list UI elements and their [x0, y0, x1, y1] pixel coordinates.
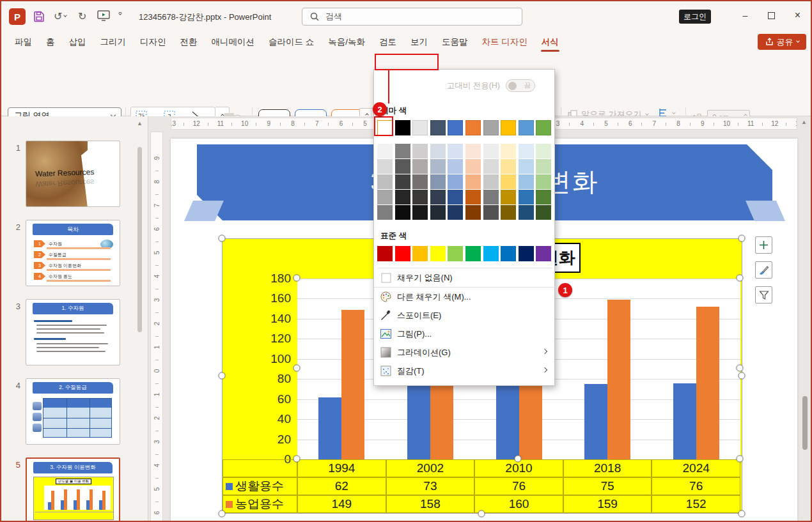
- selection-handle[interactable]: [293, 275, 301, 282]
- slide-1-thumbnail[interactable]: Water Resources Water Resources: [26, 141, 120, 207]
- tab-녹음-녹화[interactable]: 녹음/녹화: [321, 32, 372, 52]
- theme-variant-swatch-0-0[interactable]: [377, 144, 393, 158]
- selection-handle[interactable]: [738, 235, 746, 242]
- tab-홈[interactable]: 홈: [39, 32, 62, 52]
- thumbnail-scroll-up-icon[interactable]: ▲: [137, 120, 143, 127]
- tab-슬라이드-쇼[interactable]: 슬라이드 쇼: [262, 32, 321, 52]
- theme-variant-swatch-4-4[interactable]: [448, 205, 463, 220]
- theme-color-swatch-3[interactable]: [430, 120, 446, 135]
- theme-variant-swatch-0-5[interactable]: [465, 144, 481, 158]
- theme-variant-swatch-1-7[interactable]: [501, 159, 516, 174]
- theme-variant-swatch-3-2[interactable]: [412, 190, 428, 204]
- chart-styles-button[interactable]: [755, 261, 772, 279]
- tab-애니메이션[interactable]: 애니메이션: [205, 32, 262, 52]
- minimize-button[interactable]: –: [732, 1, 758, 29]
- theme-variant-swatch-1-5[interactable]: [465, 159, 481, 174]
- theme-color-swatch-7[interactable]: [501, 120, 516, 135]
- theme-variant-swatch-2-7[interactable]: [501, 174, 516, 189]
- theme-variant-swatch-1-4[interactable]: [448, 159, 463, 174]
- theme-variant-swatch-2-4[interactable]: [448, 174, 463, 189]
- theme-color-swatch-8[interactable]: [519, 120, 534, 135]
- powerpoint-app-icon[interactable]: P: [9, 8, 26, 25]
- theme-color-swatch-1[interactable]: [395, 120, 410, 135]
- theme-variant-swatch-3-1[interactable]: [395, 190, 410, 204]
- theme-variant-swatch-1-8[interactable]: [519, 159, 534, 174]
- customize-qat-icon[interactable]: [119, 12, 121, 15]
- theme-variant-swatch-2-0[interactable]: [377, 174, 393, 189]
- tab-삽입[interactable]: 삽입: [62, 32, 93, 52]
- theme-variant-swatch-0-4[interactable]: [448, 144, 463, 158]
- theme-color-swatch-2[interactable]: [412, 120, 428, 135]
- theme-variant-swatch-3-3[interactable]: [430, 190, 446, 204]
- standard-color-swatch-2[interactable]: [412, 246, 428, 261]
- standard-color-swatch-8[interactable]: [519, 246, 534, 261]
- theme-variant-swatch-2-1[interactable]: [395, 174, 410, 189]
- selection-handle[interactable]: [515, 456, 522, 463]
- bar-생활용수-2002[interactable]: [407, 386, 430, 459]
- theme-color-swatch-5[interactable]: [465, 120, 481, 135]
- standard-color-swatch-7[interactable]: [501, 246, 516, 261]
- theme-variant-swatch-2-2[interactable]: [412, 174, 428, 189]
- theme-variant-swatch-3-9[interactable]: [536, 190, 551, 204]
- menu-item-texture[interactable]: 질감(T): [374, 362, 556, 380]
- vertical-ruler[interactable]: 9876543210123456: [150, 132, 163, 522]
- selection-handle[interactable]: [737, 365, 744, 372]
- standard-color-swatch-3[interactable]: [430, 246, 446, 261]
- close-button[interactable]: ×: [785, 1, 811, 29]
- theme-color-swatch-9[interactable]: [536, 120, 551, 135]
- standard-color-swatch-9[interactable]: [536, 246, 551, 261]
- thumbnail-scrollbar[interactable]: [137, 147, 142, 332]
- tab-검토[interactable]: 검토: [372, 32, 403, 52]
- theme-color-swatch-4[interactable]: [448, 120, 463, 135]
- high-contrast-toggle[interactable]: 끔: [506, 79, 535, 92]
- selection-handle[interactable]: [293, 456, 301, 463]
- tab-전환[interactable]: 전환: [173, 32, 205, 52]
- selection-handle[interactable]: [737, 456, 744, 463]
- bar-농업용수-2018[interactable]: [607, 300, 630, 459]
- standard-color-swatch-6[interactable]: [483, 246, 499, 261]
- theme-variant-swatch-3-8[interactable]: [519, 190, 534, 204]
- tab-파일[interactable]: 파일: [8, 32, 39, 52]
- theme-variant-swatch-1-0[interactable]: [377, 159, 393, 174]
- slide-5-thumbnail[interactable]: 3. 수자원 이용변화 년도별 물 이용 변화: [26, 457, 120, 522]
- tab-차트-디자인[interactable]: 차트 디자인: [475, 32, 535, 52]
- tab-서식[interactable]: 서식: [535, 32, 566, 52]
- theme-variant-swatch-4-0[interactable]: [377, 205, 393, 220]
- search-input[interactable]: 검색: [302, 8, 522, 26]
- theme-variant-swatch-2-3[interactable]: [430, 174, 446, 189]
- theme-variant-swatch-4-8[interactable]: [519, 205, 534, 220]
- slide-4-thumbnail[interactable]: 2. 수질등급: [26, 378, 120, 445]
- theme-color-swatch-6[interactable]: [483, 120, 499, 135]
- menu-item-palette[interactable]: 다른 채우기 색(M)...: [374, 288, 556, 306]
- menu-item-gradient[interactable]: 그라데이션(G): [374, 343, 556, 362]
- theme-variant-swatch-0-2[interactable]: [412, 144, 428, 158]
- start-slideshow-icon[interactable]: [97, 10, 110, 22]
- redo-icon[interactable]: ↻: [78, 10, 86, 22]
- bar-생활용수-2024[interactable]: [673, 383, 696, 459]
- theme-variant-swatch-3-6[interactable]: [483, 190, 499, 204]
- theme-variant-swatch-0-1[interactable]: [395, 144, 410, 158]
- theme-variant-swatch-1-9[interactable]: [536, 159, 551, 174]
- selection-handle[interactable]: [478, 510, 485, 518]
- standard-color-swatch-4[interactable]: [448, 246, 463, 261]
- selection-handle[interactable]: [219, 372, 226, 380]
- theme-variant-swatch-2-8[interactable]: [519, 174, 534, 189]
- theme-variant-swatch-3-4[interactable]: [448, 190, 463, 204]
- bar-농업용수-2024[interactable]: [696, 307, 719, 459]
- theme-variant-swatch-1-1[interactable]: [395, 159, 410, 174]
- theme-variant-swatch-1-3[interactable]: [430, 159, 446, 174]
- standard-color-swatch-1[interactable]: [395, 246, 410, 261]
- slide-3-thumbnail[interactable]: 1. 수자원: [26, 299, 120, 365]
- theme-variant-swatch-1-2[interactable]: [412, 159, 428, 174]
- login-button[interactable]: 로그인: [679, 10, 711, 24]
- chart-filters-button[interactable]: [755, 286, 772, 303]
- menu-item-eyedropper[interactable]: 스포이트(E): [374, 306, 556, 325]
- menu-item-picture[interactable]: 그림(P)...: [374, 325, 556, 343]
- theme-variant-swatch-1-6[interactable]: [483, 159, 499, 174]
- theme-variant-swatch-4-2[interactable]: [412, 205, 428, 220]
- canvas-scroll-up-icon[interactable]: ▲: [801, 119, 807, 125]
- chart-elements-button[interactable]: [755, 236, 772, 254]
- selection-handle[interactable]: [738, 372, 746, 380]
- theme-variant-swatch-0-9[interactable]: [536, 144, 551, 158]
- selection-handle[interactable]: [737, 275, 744, 282]
